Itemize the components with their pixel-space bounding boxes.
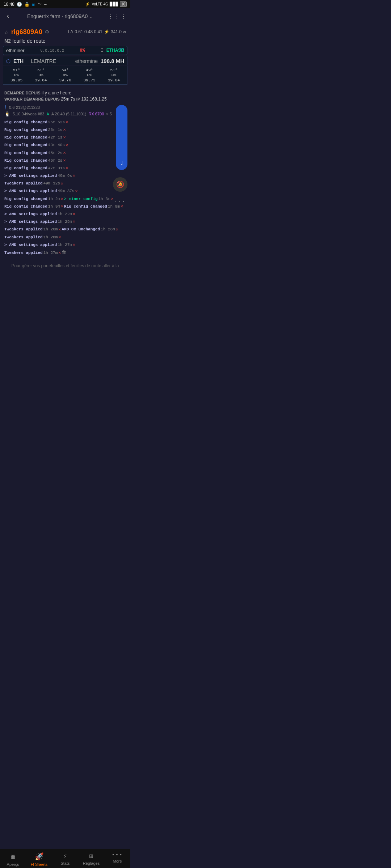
dots-icon: ··· [44,2,47,7]
event-dismiss[interactable]: ✕ [58,250,61,256]
more-options-button[interactable]: ··· [113,198,126,205]
gpu-clock: 39.84 [102,78,126,83]
pool-name: LEMAITRE [26,58,60,64]
gpu-fan: 0% [5,73,28,78]
event-time: 1h 22m [58,211,72,218]
event-time: 1h 9m [48,204,60,210]
event-time: 49m 37s [58,188,74,195]
gpu-temp: 49° [78,68,101,73]
event-label: Rig config changed [4,135,47,141]
event-row: > AMD settings applied 1h 22m ✕ [4,211,126,218]
time: 18:48 [4,2,14,7]
event-dismiss[interactable]: ✕ [61,180,63,187]
event-row: Tweakers applied 1h 27m ✕ 🗑 [4,249,126,257]
event-row: Tweakers applied 1h 26m ✕ AMD OC unchang… [4,226,126,233]
coin-row: ⬡ ETH LEMAITRE ethermine 198.8 MH [3,56,127,65]
event-dismiss[interactable]: ✕ [66,119,68,126]
event-label: > AMD settings applied [4,242,57,248]
event-dismiss[interactable]: ✕ [58,226,61,233]
top-nav: ‹ Enguerrix farm · rig6809A0 ⌄ ⋮⋮⋮ [0,8,130,24]
event-time: 45m 2s [48,150,63,157]
grid-button[interactable]: ⋮⋮⋮ [107,12,127,20]
favorite-icon[interactable]: ☆ [4,28,8,36]
bluetooth-icon: ⚡ [85,2,90,7]
status-bar: 18:48 🕐 🔒 in 〜 ··· ⚡ VoLTE 4G ▊▊▊ 16 [0,0,130,8]
driver-version: A 20.40 (5.11.1001) [51,112,87,116]
event-dismiss[interactable]: ✕ [73,218,75,225]
event-row: Rig config changed 42m 1s ✕ [4,134,126,141]
event-dismiss[interactable]: ✕ [63,157,66,164]
event-label-2: AMD OC unchanged [62,226,100,233]
gpu-temp: 51° [102,68,126,73]
bottom-text: Pour gérer vos portefeuilles et feuilles… [12,263,119,268]
linkedin-icon: in [32,2,35,7]
event-time: 1h 25m [58,219,72,225]
event-label: Rig config changed [4,142,47,149]
rig-info: LA 0.61 0.48 0.41 ⚡ 341.0 w [68,29,126,34]
rig-header: ☆ rig6809A0 ⚙ LA 0.61 0.48 0.41 ⚡ 341.0 … [0,24,130,37]
bell-mute-icon: 🔕 [116,180,124,188]
event-dismiss[interactable]: ✕ [61,196,63,203]
event-label: Tweakers applied [4,180,43,187]
event-time: 1h 27m [58,242,72,248]
event-dismiss[interactable]: ✕ [63,127,66,133]
event-dismiss[interactable]: ✕ [61,203,63,210]
sys-version-row: ┊ 0.6-213@211223 [0,104,130,110]
miner-version: v.0.19.0.2 [40,48,64,53]
event-label: > AMD settings applied [4,173,57,179]
event-dismiss[interactable]: ✕ [63,134,66,141]
event-label: Rig config changed [4,165,47,172]
settings-icon[interactable]: ⚙ [45,28,49,35]
event-dismiss-2[interactable]: ✕ [116,226,118,233]
gpu-fan: 0% [53,73,77,78]
pipe-icon: ┊ [4,105,7,110]
eth-icon: ⬡ [6,58,10,64]
gpu-clock: 39.73 [78,78,101,83]
event-dismiss[interactable]: ✕ [58,234,61,241]
event-dismiss[interactable]: ✕ [66,165,68,172]
started-label: DÉMARRÉ DEPUIS [4,91,41,95]
la-label: LA [68,29,73,34]
la-values: 0.61 0.48 0.41 [75,29,102,34]
started-value: il y a une heure [42,90,71,95]
driver-label: A [46,112,49,116]
event-row: Rig config changed 1h 2m ✕ > miner confi… [4,196,126,203]
event-label-2: > miner config [64,196,97,203]
event-label-2: Rig config changed [64,204,107,210]
event-time-2: 1h 26m [101,226,115,233]
event-dismiss[interactable]: ✕ [73,173,75,179]
ip-label: IP [76,97,80,101]
farm-name: Enguerrix farm [27,13,60,19]
event-label: > AMD settings applied [4,188,57,195]
event-time-2: 1h 3m [98,196,110,203]
gpu-fan: 0% [29,73,52,78]
gpu-clock: 39.64 [29,78,52,83]
signal-icon: VoLTE 4G [92,2,108,6]
event-delete[interactable]: 🗑 [62,249,66,257]
linux-icon: 🐧 [4,111,10,117]
miner-block: ethminer v.0.19.0.2 0% I 77 ETHASH [3,46,127,55]
event-dismiss[interactable]: ✕ [73,242,75,248]
event-row: Rig config changed 1h 9m ✕ Rig config ch… [4,203,126,210]
gpu-table: 51°51°54°49°51°0%0%0%0%0%39.8539.6439.76… [3,66,127,85]
endpoint-name: ethermine [63,58,97,64]
event-dismiss[interactable]: ✕ [73,211,75,218]
event-row: > AMD settings applied 1h 25m ✕ [4,218,126,225]
event-dismiss[interactable]: ✕ [66,142,68,149]
rig-name: rig6809A0 [11,28,42,36]
event-dismiss[interactable]: ✕ [75,188,77,195]
miner-name: ethminer [6,48,25,53]
back-button[interactable]: ‹ [4,11,12,21]
stats-section: DÉMARRÉ DEPUIS il y a une heure WORKER D… [0,88,130,104]
event-dismiss[interactable]: ✕ [63,150,66,157]
event-time: 1h 26m [43,226,58,233]
event-time: 49m 32s [43,180,60,187]
event-label: Tweakers applied [4,234,43,241]
mute-button[interactable]: 🔕 [113,177,127,192]
event-time: 1h 2m [48,196,60,203]
power-value: 341.0 w [111,29,126,34]
event-time: 49m 9s [58,173,72,179]
gpu-count: × 5 [106,112,112,116]
gpu-clock: 39.76 [53,78,77,83]
event-label: Rig config changed [4,204,47,210]
